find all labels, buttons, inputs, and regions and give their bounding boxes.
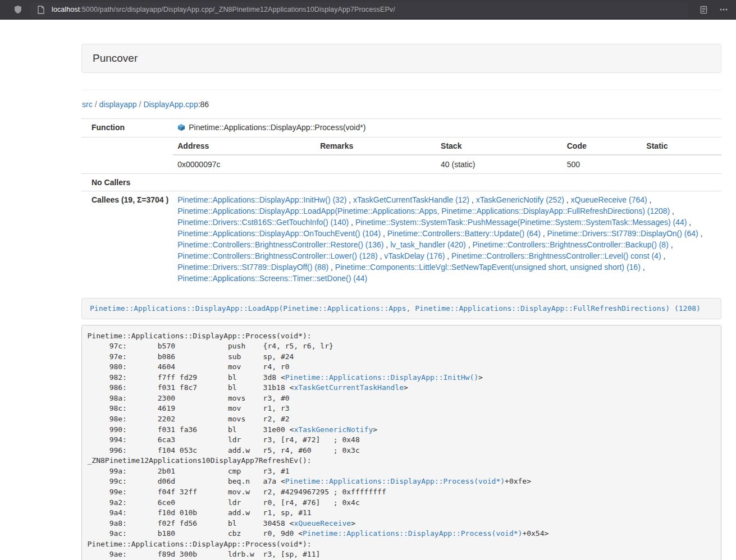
breadcrumb: src/displayapp/DisplayApp.cpp:86 bbox=[81, 90, 721, 117]
code-symbol-link[interactable]: xTaskGenericNotify bbox=[294, 425, 373, 434]
function-table: Function Pinetime::Applications::Display… bbox=[81, 118, 721, 287]
function-row: Function Pinetime::Applications::Display… bbox=[81, 119, 721, 137]
function-stats-row: Address Remarks Stack Code Static 0x0000… bbox=[81, 137, 721, 174]
callee-separator: , bbox=[381, 229, 387, 238]
col-header-static: Static bbox=[642, 137, 721, 155]
remarks-value bbox=[316, 155, 436, 173]
empty-label-cell bbox=[81, 137, 173, 174]
code-symbol-link[interactable]: Pinetime::Applications::DisplayApp::Proc… bbox=[285, 477, 505, 485]
url-text: localhost:5000/path/src/displayapp/Displ… bbox=[52, 6, 395, 13]
callee-separator: , bbox=[445, 251, 451, 260]
callee-link[interactable]: Pinetime::Applications::DisplayApp::OnTo… bbox=[177, 229, 381, 238]
breadcrumb-separator: / bbox=[93, 100, 99, 109]
code-symbol-link[interactable]: Pinetime::Applications::DisplayApp::Init… bbox=[285, 373, 478, 382]
browser-toolbar: localhost:5000/path/src/displayapp/Displ… bbox=[0, 0, 736, 20]
callee-link[interactable]: Pinetime::Applications::DisplayApp::Init… bbox=[177, 195, 346, 204]
static-value bbox=[642, 155, 721, 173]
callee-separator: , bbox=[346, 195, 353, 204]
url-path: :5000/path/src/displayapp/DisplayApp.cpp… bbox=[80, 6, 395, 13]
callee-link[interactable]: Pinetime::Drivers::Cst816S::GetTouchInfo… bbox=[177, 218, 349, 227]
callee-link[interactable]: Pinetime::Drivers::St7789::DisplayOn() (… bbox=[547, 229, 698, 238]
code-symbol-link[interactable]: Pinetime::Applications::DisplayApp::Proc… bbox=[303, 529, 522, 538]
signature-link[interactable]: Pinetime::Applications::DisplayApp::Load… bbox=[90, 304, 701, 313]
function-row-label: Function bbox=[81, 119, 173, 137]
page-info-icon[interactable] bbox=[35, 4, 47, 15]
callees-row: Callees (19, Σ=3704 ) Pinetime::Applicat… bbox=[81, 191, 721, 287]
callee-separator: , bbox=[564, 195, 571, 204]
callee-separator: , bbox=[466, 240, 473, 249]
callee-separator: , bbox=[328, 263, 335, 272]
callee-separator: , bbox=[687, 218, 691, 227]
stats-table: Address Remarks Stack Code Static 0x0000… bbox=[173, 137, 721, 173]
code-size-value: 500 bbox=[563, 155, 642, 173]
address-value: 0x0000097c bbox=[173, 155, 316, 173]
callee-separator: , bbox=[669, 240, 673, 249]
url-bar[interactable]: localhost:5000/path/src/displayapp/Displ… bbox=[30, 2, 688, 17]
callee-separator: , bbox=[647, 195, 652, 204]
callee-link[interactable]: Pinetime::Applications::DisplayApp::Load… bbox=[177, 206, 670, 215]
col-header-code: Code bbox=[563, 137, 642, 155]
stack-value: 40 (static) bbox=[436, 155, 563, 173]
stats-row: 0x0000097c 40 (static) 500 bbox=[173, 155, 721, 173]
no-callers-cell bbox=[173, 174, 721, 191]
function-name-cell: Pinetime::Applications::DisplayApp::Proc… bbox=[173, 119, 721, 137]
callee-link[interactable]: xTaskGetCurrentTaskHandle (12) bbox=[353, 195, 469, 204]
callee-separator: , bbox=[469, 195, 476, 204]
col-header-stack: Stack bbox=[436, 137, 563, 155]
page-content: Puncover src/displayapp/DisplayApp.cpp:8… bbox=[81, 44, 721, 560]
callee-link[interactable]: Pinetime::Controllers::BrightnessControl… bbox=[177, 240, 383, 249]
callee-separator: , bbox=[541, 229, 547, 238]
code-symbol-link[interactable]: xQueueReceive bbox=[294, 519, 351, 527]
callee-link[interactable]: vTaskDelay (176) bbox=[384, 251, 445, 260]
callees-label: Callees (19, Σ=3704 ) bbox=[81, 191, 173, 287]
callee-link[interactable]: Pinetime::Controllers::BrightnessControl… bbox=[472, 240, 668, 249]
signature-panel: Pinetime::Applications::DisplayApp::Load… bbox=[81, 298, 721, 319]
callees-cell: Pinetime::Applications::DisplayApp::Init… bbox=[173, 191, 721, 287]
callee-separator: , bbox=[698, 229, 703, 238]
stats-cell: Address Remarks Stack Code Static 0x0000… bbox=[173, 137, 721, 174]
reader-view-icon[interactable] bbox=[698, 4, 709, 15]
callee-link[interactable]: Pinetime::Controllers::BrightnessControl… bbox=[451, 251, 661, 260]
breadcrumb-link-displayapp[interactable]: displayapp bbox=[99, 100, 137, 109]
callee-link[interactable]: Pinetime::Components::LittleVgl::SetNewT… bbox=[335, 263, 641, 272]
breadcrumb-link-file[interactable]: DisplayApp.cpp bbox=[143, 100, 198, 109]
page-title: Puncover bbox=[93, 52, 710, 65]
callee-separator: , bbox=[641, 263, 645, 272]
callee-separator: , bbox=[661, 251, 666, 260]
app-header: Puncover bbox=[81, 44, 721, 73]
callee-link[interactable]: xTaskGenericNotify (252) bbox=[476, 195, 564, 204]
breadcrumb-link-src[interactable]: src bbox=[82, 100, 93, 109]
callee-link[interactable]: Pinetime::Applications::Screens::Timer::… bbox=[177, 274, 367, 283]
callee-link[interactable]: lv_task_handler (420) bbox=[390, 240, 466, 249]
function-name: Pinetime::Applications::DisplayApp::Proc… bbox=[189, 123, 365, 132]
shield-icon[interactable] bbox=[12, 4, 24, 15]
breadcrumb-separator: / bbox=[137, 100, 144, 109]
col-header-remarks: Remarks bbox=[316, 137, 436, 155]
callee-separator: , bbox=[378, 251, 385, 260]
overflow-menu-icon[interactable] bbox=[718, 4, 729, 15]
code-symbol-link[interactable]: xTaskGetCurrentTaskHandle bbox=[294, 383, 404, 392]
callee-link[interactable]: Pinetime::Controllers::Battery::Update()… bbox=[387, 229, 541, 238]
no-callers-row: No Callers bbox=[81, 174, 721, 191]
callee-link[interactable]: Pinetime::Drivers::St7789::DisplayOff() … bbox=[177, 263, 328, 272]
callee-separator: , bbox=[670, 206, 674, 215]
callee-separator: , bbox=[383, 240, 390, 249]
disassembly-block: Pinetime::Applications::DisplayApp::Proc… bbox=[81, 325, 721, 560]
col-header-address: Address bbox=[173, 137, 316, 155]
function-icon bbox=[177, 123, 185, 134]
breadcrumb-line-number: :86 bbox=[198, 100, 209, 109]
callee-link[interactable]: Pinetime::System::SystemTask::PushMessag… bbox=[355, 218, 687, 227]
url-host: localhost bbox=[52, 6, 80, 13]
callee-link[interactable]: xQueueReceive (764) bbox=[571, 195, 647, 204]
callee-separator: , bbox=[349, 218, 355, 227]
no-callers-label: No Callers bbox=[81, 174, 173, 191]
callee-link[interactable]: Pinetime::Controllers::BrightnessControl… bbox=[177, 251, 377, 260]
